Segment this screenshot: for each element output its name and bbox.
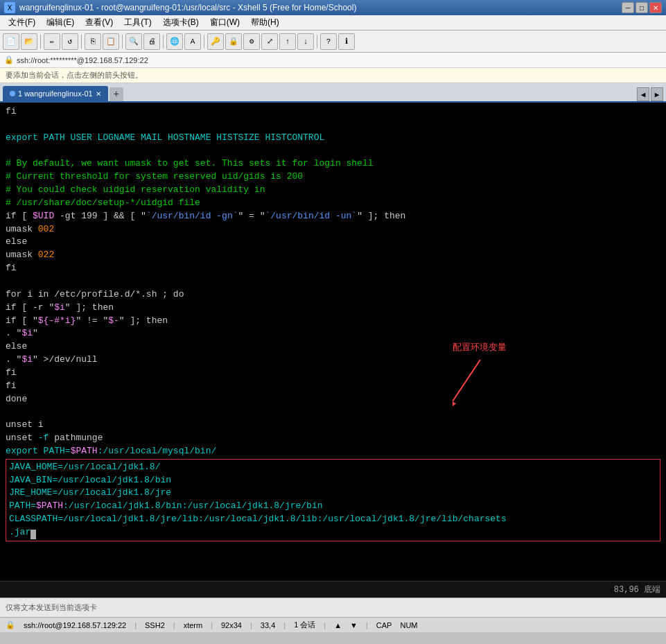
font-button[interactable]: A [184,33,201,50]
search-button[interactable]: 🔍 [125,33,142,50]
info-button[interactable]: ℹ [338,33,355,50]
line-java-bin: JAVA_BIN=/usr/local/jdk1.8/bin [9,475,171,485]
tab-dot [10,91,15,96]
line-dot1: . "$i" [6,328,38,338]
input-bar-text: 仅将文本发送到当前选项卡 [6,602,97,613]
line-comment2: # Current threshold for system reserved … [6,171,303,182]
menu-tools[interactable]: 工具(T) [119,15,157,30]
new-tab-button[interactable]: 📄 [3,33,19,50]
annotation-text: 配置环境变量 [453,342,507,352]
sep5 [204,35,204,49]
info-text: 要添加当前会话，点击左侧的箭头按钮。 [6,70,143,80]
arrow-down-nav[interactable]: ▼ [350,621,358,629]
tab-close-button[interactable]: ✕ [96,90,101,98]
sep1 [40,35,41,49]
line-if2: if [ -r "$i" ]; then [6,302,114,313]
key-button[interactable]: 🔑 [207,33,224,50]
line-done: done [6,394,27,404]
line-comment1: # By default, we want umask to get set. … [6,158,374,168]
tab-next-button[interactable]: ▶ [651,87,663,101]
line-if: if [ $UID -gt 199 ] && [ "`/usr/bin/id -… [6,211,405,221]
line-fi4: fi [6,381,17,391]
sep3 [122,35,123,49]
line-fi3: fi [6,367,17,378]
sep6: | [324,621,326,629]
menu-tabs[interactable]: 选项卡(B) [157,15,204,30]
terminal-type: xterm [184,621,203,629]
paste-button[interactable]: 📋 [103,33,119,50]
line-unset2: unset -f pathmunge [6,433,103,443]
tab-1[interactable]: 1 wangruifenglinux-01 ✕ [3,86,108,101]
arrow-up-nav[interactable]: ▲ [334,621,342,629]
tab-prev-button[interactable]: ◀ [637,87,649,101]
line-comment3: # You could check uidgid reservation val… [6,184,265,195]
minimize-button[interactable]: ─ [622,2,634,13]
line-else2: else [6,341,27,351]
refresh-button[interactable]: ↺ [62,33,78,50]
sep2: | [173,621,175,629]
line-fi2: fi [6,263,17,273]
line-comment4: # /usr/share/doc/setup-*/uidgid file [6,198,200,208]
tab-add-button[interactable]: + [109,87,123,101]
settings-button[interactable]: ⚙ [243,33,260,50]
lock-icon: 🔒 [4,55,14,64]
sep5: | [283,621,286,629]
close-button[interactable]: ✕ [649,2,662,13]
sep4: | [250,621,252,629]
num-indicator: NUM [400,621,417,629]
svg-line-1 [453,360,480,401]
menu-bar: 文件(F) 编辑(E) 查看(V) 工具(T) 选项卡(B) 窗口(W) 帮助(… [0,15,666,31]
protocol-label: SSH2 [145,621,165,629]
status-bar: 🔒 ssh://root@192.168.57.129:22 | SSH2 | … [0,617,666,632]
line-for: for i in /etc/profile.d/*.sh ; do [6,289,184,299]
line-path-jdk: PATH=$PATH:/usr/local/jdk1.8/bin:/usr/lo… [9,501,323,511]
resize-button[interactable]: ⤢ [261,33,278,50]
address-bar: 🔒 ssh://root:*********@192.168.57.129:22 [0,53,666,68]
line-java-home: JAVA_HOME=/usr/local/jdk1.8/ [9,462,160,472]
line-fi: fi [6,106,17,116]
download-button[interactable]: ↓ [297,33,314,50]
cursor [30,530,36,539]
sep6 [317,35,317,49]
menu-help[interactable]: 帮助(H) [245,15,285,30]
line-dot2: . "$i" >/dev/null [6,354,98,365]
terminal[interactable]: fi export PATH USER LOGNAME MAIL HOSTNAM… [0,103,666,581]
sep3: | [211,621,213,629]
sep1: | [134,621,137,629]
open-button[interactable]: 📂 [21,33,37,50]
connection-lock-icon: 🔒 [6,620,15,629]
menu-edit[interactable]: 编辑(E) [41,15,80,30]
copy-button[interactable]: ⎘ [85,33,101,50]
toolbar: 📄 📂 ✏ ↺ ⎘ 📋 🔍 🖨 🌐 A 🔑 🔒 ⚙ ⤢ ↑ ↓ ? ℹ [0,31,666,53]
window-controls: ─ □ ✕ [622,2,662,13]
menu-view[interactable]: 查看(V) [80,15,119,30]
bottom-input-bar: 仅将文本发送到当前选项卡 [0,598,666,617]
tab-label: 1 wangruifenglinux-01 [18,89,93,98]
line-export-path: export PATH=$PATH:/usr/local/mysql/bin/ [6,446,216,456]
tab-nav: ◀ ▶ [637,87,663,101]
menu-file[interactable]: 文件(F) [3,15,41,30]
line-export: export PATH USER LOGNAME MAIL HOSTNAME H… [6,132,324,143]
line-jre-home: JRE_HOME=/usr/local/jdk1.8/jre [9,487,171,498]
line-umask1: umask 002 [6,224,54,234]
lock-button[interactable]: 🔒 [225,33,242,50]
sep4 [163,35,164,49]
print-button[interactable]: 🖨 [143,33,160,50]
sep2 [81,35,82,49]
edit-button[interactable]: ✏ [44,33,60,50]
annotation-container: 配置环境变量 [453,341,536,412]
terminal-size: 92x34 [221,621,242,629]
address-url: ssh://root:*********@192.168.57.129:22 [17,56,148,64]
line-else: else [6,236,27,247]
maximize-button[interactable]: □ [636,2,648,13]
upload-button[interactable]: ↑ [279,33,296,50]
caps-indicator: CAP [376,621,392,629]
globe-button[interactable]: 🌐 [166,33,183,50]
menu-window[interactable]: 窗口(W) [204,15,245,30]
encoding-value: 33,4 [261,621,275,629]
help-button[interactable]: ? [320,33,337,50]
line-umask2: umask 022 [6,250,54,260]
line-jar: .jar [9,527,36,537]
app-icon: X [4,2,15,13]
sessions-count: 1 会话 [294,620,315,630]
